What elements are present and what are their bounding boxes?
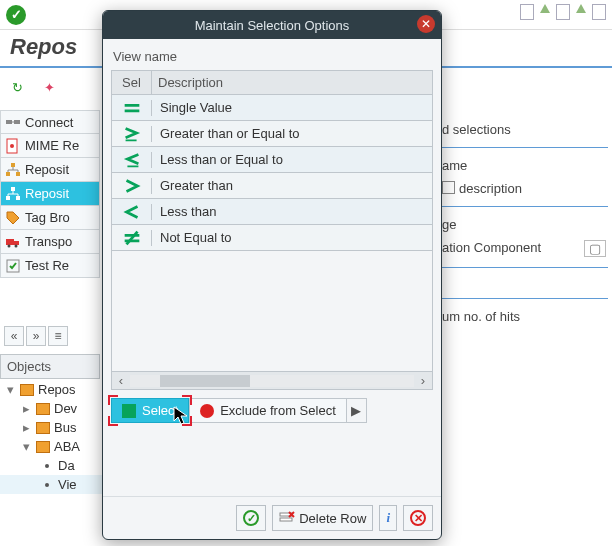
info-icon: i xyxy=(386,510,390,526)
svg-rect-6 xyxy=(6,172,10,176)
divider xyxy=(440,206,608,207)
tab-scroll-right-icon[interactable]: ▶ xyxy=(347,398,367,423)
svg-rect-12 xyxy=(14,241,19,245)
svg-rect-1 xyxy=(14,120,20,124)
doc-icon-3[interactable] xyxy=(592,4,606,20)
dialog-title-bar: Maintain Selection Options ✕ xyxy=(103,11,441,39)
tree-icon xyxy=(5,186,21,202)
op-eq-icon xyxy=(112,100,152,116)
op-gt-icon xyxy=(112,178,152,194)
option-row[interactable]: Less than or Equal to xyxy=(112,147,432,173)
nav-item-mime[interactable]: MIME Re xyxy=(0,134,100,158)
label: ation Component xyxy=(442,240,541,257)
tree-label: Repos xyxy=(38,382,76,397)
nav-item-connect[interactable]: Connect xyxy=(0,110,100,134)
tab-exclude[interactable]: Exclude from Select xyxy=(189,398,347,423)
op-lt-icon xyxy=(112,204,152,220)
col-header-desc[interactable]: Description xyxy=(152,71,432,94)
tree-label: Bus xyxy=(54,420,76,435)
scroll-thumb[interactable] xyxy=(160,375,250,387)
svg-rect-8 xyxy=(11,187,15,191)
cancel-icon: ✕ xyxy=(410,510,426,526)
svg-rect-9 xyxy=(6,196,10,200)
nav-item-tag-browser[interactable]: Tag Bro xyxy=(0,206,100,230)
svg-point-13 xyxy=(8,244,11,247)
cancel-button[interactable]: ✕ xyxy=(403,505,433,531)
right-row: ame xyxy=(440,154,608,177)
close-icon[interactable]: ✕ xyxy=(417,15,435,33)
right-row: d selections xyxy=(440,118,608,141)
check-icon: ✓ xyxy=(243,510,259,526)
label: description xyxy=(459,181,522,196)
accept-button[interactable]: ✓ xyxy=(236,505,266,531)
nav-item-repository[interactable]: Reposit xyxy=(0,158,100,182)
col-header-sel[interactable]: Sel xyxy=(112,71,152,94)
option-label: Greater than xyxy=(152,178,432,193)
svg-rect-0 xyxy=(6,120,12,124)
checkbox[interactable] xyxy=(442,181,455,194)
compass-icon[interactable]: ✦ xyxy=(38,76,60,98)
svg-rect-7 xyxy=(16,172,20,176)
section-label: View name xyxy=(111,47,433,70)
svg-rect-10 xyxy=(16,196,20,200)
value-help-icon[interactable]: ▢ xyxy=(584,240,606,257)
op-ge-icon xyxy=(112,126,152,142)
tag-icon xyxy=(5,210,21,226)
tree-icon xyxy=(5,162,21,178)
scroll-track[interactable] xyxy=(130,375,414,387)
tree-label: ABA xyxy=(54,439,80,454)
upload-icon[interactable] xyxy=(540,4,550,13)
scroll-right-icon[interactable]: › xyxy=(414,373,432,388)
tree-toggle-icon[interactable]: ▾ xyxy=(20,439,32,454)
doc-red-icon xyxy=(5,138,21,154)
collapse-all-icon[interactable]: « xyxy=(4,326,24,346)
ok-icon: ✓ xyxy=(6,5,26,25)
expand-all-icon[interactable]: » xyxy=(26,326,46,346)
folder-icon xyxy=(20,384,34,396)
option-row[interactable]: Not Equal to xyxy=(112,225,432,251)
tab-select[interactable]: Select xyxy=(111,398,189,423)
tab-label: Select xyxy=(142,403,178,418)
truck-icon xyxy=(5,234,21,250)
svg-rect-5 xyxy=(11,163,15,167)
tree-toggle-icon[interactable]: ▸ xyxy=(20,401,32,416)
folder-icon xyxy=(36,441,50,453)
button-label: Delete Row xyxy=(299,511,366,526)
nav-label: Connect xyxy=(25,115,73,130)
right-row: um no. of hits xyxy=(440,305,608,328)
svg-rect-11 xyxy=(6,239,14,245)
right-row: description xyxy=(440,177,608,200)
doc-icon[interactable] xyxy=(520,4,534,20)
tree-label: Vie xyxy=(58,477,77,492)
folder-icon xyxy=(36,403,50,415)
info-button[interactable]: i xyxy=(379,505,397,531)
doc-icon-2[interactable] xyxy=(556,4,570,20)
top-toolbar-icons xyxy=(520,4,606,20)
nav-item-test-repo[interactable]: Test Re xyxy=(0,254,100,278)
grid-empty-area xyxy=(112,251,432,371)
test-icon xyxy=(5,258,21,274)
nav-item-transport[interactable]: Transpo xyxy=(0,230,100,254)
option-row[interactable]: Greater than xyxy=(112,173,432,199)
option-row[interactable]: Less than xyxy=(112,199,432,225)
divider xyxy=(440,267,608,268)
dialog-title: Maintain Selection Options xyxy=(195,18,350,33)
nav-label: Reposit xyxy=(25,186,69,201)
tree-toolbar: « » ≡ xyxy=(4,326,68,346)
option-row[interactable]: Single Value xyxy=(112,95,432,121)
options-grid: Sel Description Single ValueGreater than… xyxy=(111,70,433,372)
option-row[interactable]: Greater than or Equal to xyxy=(112,121,432,147)
list-icon[interactable]: ≡ xyxy=(48,326,68,346)
nav-item-repository-active[interactable]: Reposit xyxy=(0,182,100,206)
refresh-icon[interactable]: ↻ xyxy=(6,76,28,98)
delete-row-button[interactable]: Delete Row xyxy=(272,505,373,531)
tree-toggle-icon[interactable]: ▸ xyxy=(20,420,32,435)
op-le-icon xyxy=(112,152,152,168)
horizontal-scrollbar[interactable]: ‹ › xyxy=(111,372,433,390)
right-row: ation Component▢ xyxy=(440,236,608,261)
scroll-left-icon[interactable]: ‹ xyxy=(112,373,130,388)
divider xyxy=(440,298,608,299)
option-label: Less than or Equal to xyxy=(152,152,432,167)
upload-icon-2[interactable] xyxy=(576,4,586,13)
tree-toggle-icon[interactable]: ▾ xyxy=(4,382,16,397)
